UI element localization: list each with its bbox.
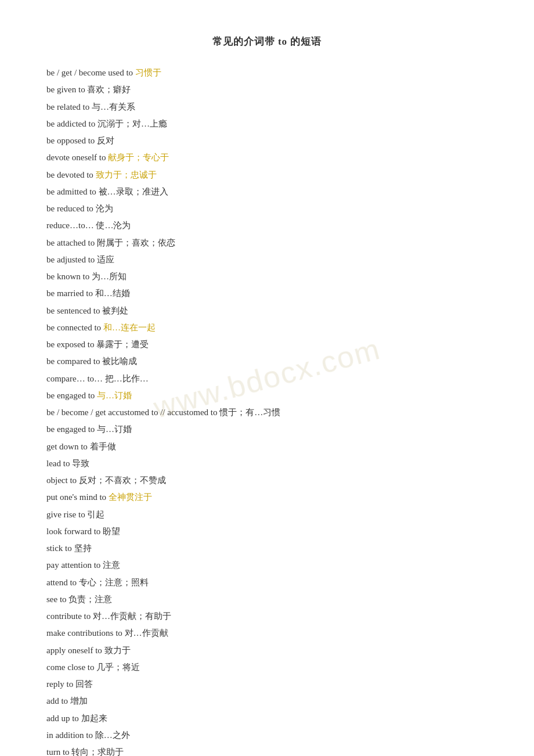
list-item: put one's mind to 全神贯注于 <box>46 489 488 506</box>
list-item: make contributions to 对…作贡献 <box>46 625 488 642</box>
phrase-english: be sentenced to <box>46 306 102 315</box>
list-item: see to 负责；注意 <box>46 591 488 608</box>
phrase-chinese: 专心；注意；照料 <box>79 578 149 587</box>
phrase-english: compare… to… <box>46 374 105 383</box>
phrase-chinese: 加起来 <box>81 714 107 723</box>
phrase-english: be related to <box>46 102 92 111</box>
phrase-chinese: 喜欢；癖好 <box>87 85 131 94</box>
list-item: be / get / become used to 习惯于 <box>46 64 488 81</box>
phrase-chinese: 与…订婚 <box>97 391 132 400</box>
phrase-english: apply oneself to <box>46 646 104 655</box>
list-item: be exposed to 暴露于；遭受 <box>46 336 488 353</box>
phrase-english: be admitted to <box>46 187 99 196</box>
list-item: compare… to… 把…比作… <box>46 370 488 387</box>
phrase-english: turn to <box>46 747 71 756</box>
list-item: apply oneself to 致力于 <box>46 642 488 659</box>
phrase-english: pay attention to <box>46 560 103 570</box>
phrase-list: be / get / become used to 习惯于be given to… <box>46 64 488 756</box>
phrase-english: be engaged to <box>46 424 97 434</box>
phrase-chinese: 引起 <box>87 510 104 519</box>
phrase-chinese: 和…连在一起 <box>103 323 156 332</box>
phrase-chinese: 注意 <box>103 560 120 570</box>
phrase-chinese: 致力于 <box>104 646 131 655</box>
phrase-english: be married to <box>46 289 95 298</box>
list-item: attend to 专心；注意；照料 <box>46 574 488 591</box>
phrase-chinese: 反对 <box>97 136 114 145</box>
phrase-chinese: 为…所知 <box>92 272 127 281</box>
phrase-english: be compared to <box>46 357 102 366</box>
list-item: add to 增加 <box>46 693 488 710</box>
list-item: reply to 回答 <box>46 676 488 693</box>
list-item: pay attention to 注意 <box>46 557 488 574</box>
list-item: be given to 喜欢；癖好 <box>46 81 488 98</box>
phrase-english: see to <box>46 595 68 604</box>
phrase-chinese: 与…订婚 <box>97 424 132 434</box>
phrase-chinese: 反对；不喜欢；不赞成 <box>79 476 166 485</box>
list-item: contribute to 对…作贡献；有助于 <box>46 608 488 625</box>
phrase-chinese: 被…录取；准进入 <box>99 187 168 196</box>
phrase-english: come close to <box>46 663 96 672</box>
phrase-chinese: 几乎；将近 <box>96 663 140 672</box>
list-item: be attached to 附属于；喜欢；依恋 <box>46 235 488 251</box>
list-item: object to 反对；不喜欢；不赞成 <box>46 472 488 489</box>
phrase-chinese: 导致 <box>72 459 89 468</box>
list-item: give rise to 引起 <box>46 506 488 523</box>
list-item: be reduced to 沦为 <box>46 200 488 217</box>
phrase-english: lead to <box>46 459 72 468</box>
list-item: lead to 导致 <box>46 455 488 472</box>
phrase-chinese: 对…作贡献；有助于 <box>93 611 171 621</box>
phrase-english: in addition to <box>46 730 95 740</box>
phrase-english: be reduced to <box>46 204 96 213</box>
phrase-english: attend to <box>46 578 79 587</box>
phrase-chinese: 惯于；有…习惯 <box>219 408 280 417</box>
phrase-chinese: 全神贯注于 <box>109 492 152 502</box>
phrase-chinese: 对…作贡献 <box>125 628 168 638</box>
phrase-english: be adjusted to <box>46 255 97 264</box>
phrase-english: give rise to <box>46 510 87 519</box>
phrase-chinese: 附属于；喜欢；依恋 <box>97 238 175 247</box>
phrase-english: make contributions to <box>46 628 125 638</box>
phrase-english: be exposed to <box>46 340 96 349</box>
list-item: turn to 转向；求助于 <box>46 744 488 756</box>
phrase-chinese: 与…有关系 <box>92 102 135 111</box>
phrase-chinese: 沉溺于；对…上瘾 <box>98 119 167 128</box>
phrase-chinese: 增加 <box>70 696 88 705</box>
phrase-chinese: 被判处 <box>102 306 128 315</box>
phrase-chinese: 着手做 <box>90 442 116 451</box>
list-item: be admitted to 被…录取；准进入 <box>46 183 488 200</box>
phrase-english: be / get / become used to <box>46 68 135 77</box>
phrase-english: be / become / get accustomed to // accus… <box>46 408 219 417</box>
list-item: be known to 为…所知 <box>46 268 488 285</box>
phrase-english: object to <box>46 476 79 485</box>
phrase-chinese: 负责；注意 <box>68 595 112 604</box>
phrase-chinese: 适应 <box>97 255 114 264</box>
list-item: be sentenced to 被判处 <box>46 303 488 319</box>
list-item: be connected to 和…连在一起 <box>46 319 488 336</box>
phrase-chinese: 致力于；忠诚于 <box>96 170 157 179</box>
phrase-english: be addicted to <box>46 119 98 128</box>
phrase-english: be attached to <box>46 238 97 247</box>
phrase-english: add to <box>46 696 70 705</box>
list-item: be adjusted to 适应 <box>46 251 488 268</box>
list-item: be / become / get accustomed to // accus… <box>46 404 488 421</box>
phrase-chinese: 盼望 <box>103 527 120 536</box>
phrase-chinese: 被比喻成 <box>102 357 137 366</box>
list-item: be married to 和…结婚 <box>46 285 488 302</box>
phrase-chinese: 习惯于 <box>135 68 161 77</box>
phrase-english: be given to <box>46 85 87 94</box>
phrase-english: reply to <box>46 679 75 689</box>
phrase-chinese: 和…结婚 <box>95 289 130 298</box>
list-item: get down to 着手做 <box>46 438 488 455</box>
phrase-chinese: 沦为 <box>96 204 113 213</box>
phrase-chinese: 献身于；专心于 <box>108 153 169 162</box>
list-item: be opposed to 反对 <box>46 132 488 149</box>
list-item: be compared to 被比喻成 <box>46 353 488 370</box>
list-item: reduce…to… 使…沦为 <box>46 217 488 234</box>
list-item: stick to 坚持 <box>46 540 488 557</box>
list-item: devote oneself to 献身于；专心于 <box>46 149 488 166</box>
list-item: in addition to 除…之外 <box>46 727 488 744</box>
phrase-chinese: 除…之外 <box>95 730 130 740</box>
page-title: 常见的介词带 to 的短语 <box>46 35 488 48</box>
phrase-chinese: 暴露于；遭受 <box>96 340 149 349</box>
list-item: look forward to 盼望 <box>46 523 488 540</box>
